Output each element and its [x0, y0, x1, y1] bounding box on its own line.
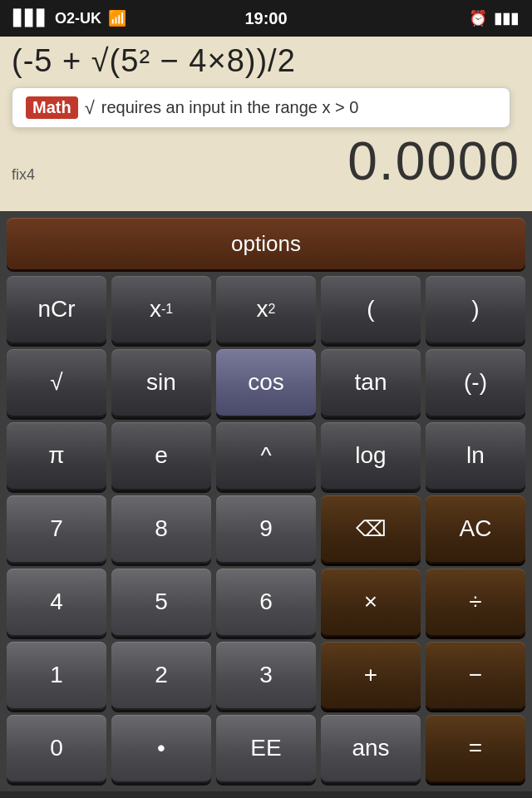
multiply-button[interactable]: ×	[321, 569, 421, 637]
plus-button[interactable]: +	[321, 642, 421, 710]
btn-2[interactable]: 2	[111, 642, 211, 710]
time-display: 19:00	[244, 9, 287, 28]
open-paren-button[interactable]: (	[321, 276, 421, 344]
btn-row-2: √ sin cos tan (-)	[7, 349, 525, 417]
btn-8[interactable]: 8	[111, 495, 211, 564]
xsq-button[interactable]: x2	[216, 276, 316, 344]
log-button[interactable]: log	[321, 422, 421, 490]
btn-9[interactable]: 9	[216, 495, 316, 564]
ans-button[interactable]: ans	[321, 715, 421, 783]
options-row: options	[7, 218, 525, 269]
btn-7[interactable]: 7	[7, 495, 106, 564]
result-line: 0.0000	[347, 133, 520, 188]
decimal-button[interactable]: •	[111, 715, 211, 783]
btn-6[interactable]: 6	[216, 569, 316, 637]
btn-1[interactable]: 1	[7, 642, 106, 710]
delete-button[interactable]: ⌫	[321, 495, 421, 564]
btn-row-1: nCr x-1 x2 ( )	[7, 276, 525, 344]
error-tooltip: Math √ requires an input in the range x …	[12, 87, 510, 128]
math-badge: Math	[26, 96, 78, 119]
minus-button[interactable]: −	[426, 642, 525, 710]
btn-5[interactable]: 5	[111, 569, 211, 637]
keyboard-area: options nCr x-1 x2 ( ) √ sin cos tan (-)…	[0, 211, 532, 791]
sqrt-symbol: √	[85, 97, 95, 119]
power-button[interactable]: ^	[216, 422, 316, 490]
pi-button[interactable]: π	[7, 422, 106, 490]
delete-icon: ⌫	[356, 516, 387, 542]
status-left: ▋▋▋ O2-UK 📶	[13, 9, 126, 27]
ln-button[interactable]: ln	[426, 422, 525, 490]
expression-line: (-5 + √(5² − 4×8))/2	[12, 43, 520, 82]
fix-label: fix4	[12, 166, 35, 187]
btn-row-6: 1 2 3 + −	[7, 642, 525, 710]
sin-button[interactable]: sin	[111, 349, 211, 417]
options-button[interactable]: options	[7, 218, 525, 269]
equals-button[interactable]: =	[426, 715, 525, 783]
sqrt-button[interactable]: √	[7, 349, 106, 417]
btn-row-3: π e ^ log ln	[7, 422, 525, 490]
error-message: requires an input in the range x > 0	[101, 98, 359, 117]
wifi-icon: 📶	[108, 9, 126, 27]
alarm-icon: ⏰	[469, 9, 487, 27]
btn-row-4: 7 8 9 ⌫ AC	[7, 495, 525, 564]
xinv-button[interactable]: x-1	[111, 276, 211, 344]
btn-row-7: 0 • EE ans =	[7, 715, 525, 783]
carrier-label: O2-UK	[55, 10, 101, 27]
cos-button[interactable]: cos	[216, 349, 316, 417]
ee-button[interactable]: EE	[216, 715, 316, 783]
status-bar: ▋▋▋ O2-UK 📶 19:00 ⏰ ▮▮▮	[0, 0, 532, 37]
ac-button[interactable]: AC	[426, 495, 525, 564]
btn-3[interactable]: 3	[216, 642, 316, 710]
signal-icon: ▋▋▋	[13, 9, 48, 27]
display-area: (-5 + √(5² − 4×8))/2 Math √ requires an …	[0, 37, 532, 211]
btn-row-5: 4 5 6 × ÷	[7, 569, 525, 637]
ncr-button[interactable]: nCr	[7, 276, 106, 344]
close-paren-button[interactable]: )	[426, 276, 525, 344]
neg-button[interactable]: (-)	[426, 349, 525, 417]
btn-0[interactable]: 0	[7, 715, 106, 783]
tan-button[interactable]: tan	[321, 349, 421, 417]
battery-icon: ▮▮▮	[494, 9, 519, 27]
e-button[interactable]: e	[111, 422, 211, 490]
btn-4[interactable]: 4	[7, 569, 106, 637]
status-right: ⏰ ▮▮▮	[469, 9, 519, 27]
divide-button[interactable]: ÷	[426, 569, 525, 637]
